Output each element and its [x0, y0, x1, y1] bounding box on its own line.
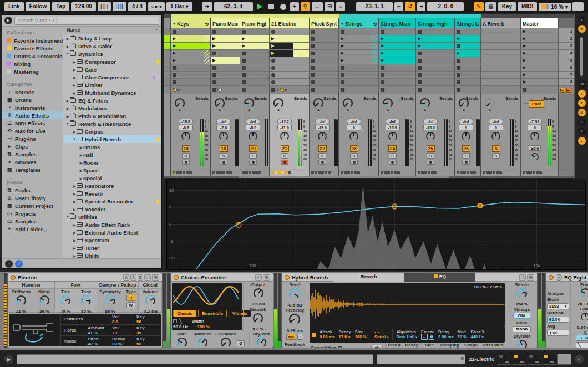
- param-damping[interactable]: Damping62 %: [440, 343, 459, 348]
- selection-box-icon[interactable]: ⊞: [325, 2, 334, 11]
- sidebar-item-collection[interactable]: Drums & Percussion: [2, 52, 63, 60]
- clip-slot[interactable]: [339, 57, 379, 64]
- toggle-s[interactable]: S: [578, 90, 586, 98]
- chevron-right-icon[interactable]: ▶: [79, 145, 83, 149]
- param-gain[interactable]: Gain0.00 dB: [577, 307, 588, 330]
- param-size[interactable]: Size67 %: [423, 343, 435, 348]
- tempo-field[interactable]: 129.00: [71, 2, 96, 11]
- tree-item-gate[interactable]: ▶Gate: [63, 65, 161, 73]
- clip-slot[interactable]: [339, 72, 379, 79]
- clip-slot[interactable]: [171, 50, 211, 57]
- post-toggle[interactable]: Post: [529, 100, 544, 108]
- pan-knob[interactable]: [180, 131, 191, 144]
- clip-slot[interactable]: [171, 28, 211, 35]
- sidebar-item-packs[interactable]: ⧉Packs: [2, 186, 63, 194]
- clip-slot[interactable]: [455, 28, 481, 35]
- clip-slot[interactable]: [416, 64, 455, 72]
- device-header-icon[interactable]: ▤: [527, 274, 534, 281]
- volume-value[interactable]: -6.6: [179, 125, 193, 130]
- clip-slot[interactable]: [310, 28, 339, 35]
- tree-item-delay-loop[interactable]: ▶Delay & Loop: [63, 34, 161, 42]
- scene-number[interactable]: 3: [559, 43, 574, 50]
- param-feedback[interactable]: Feedback0.0 %: [215, 332, 236, 349]
- device-chain-thumbnails[interactable]: [498, 354, 571, 365]
- param-freq[interactable]: Freq78.1 Hz: [577, 282, 588, 307]
- follow-button[interactable]: Follow: [26, 2, 51, 11]
- solo-button[interactable]: S: [281, 153, 288, 159]
- solo-button[interactable]: S: [182, 153, 190, 159]
- clip-slot[interactable]: [339, 79, 379, 86]
- ir-param-attack[interactable]: Attack0.06 ms: [320, 329, 335, 339]
- pan-knob[interactable]: [460, 131, 472, 144]
- device-on-toggle[interactable]: [549, 275, 554, 280]
- track-activator[interactable]: 24: [388, 145, 397, 152]
- algorithm-selector[interactable]: AlgorithmDark Hall ▾: [392, 329, 417, 340]
- device-indicators[interactable]: [211, 169, 240, 176]
- track-activator[interactable]: 25: [427, 145, 435, 152]
- empty-slot[interactable]: [481, 72, 521, 79]
- tree-item-drive-color[interactable]: ▶Drive & Color: [63, 42, 161, 50]
- clip-slot[interactable]: [339, 64, 379, 72]
- avg-value[interactable]: 1.00: [547, 330, 569, 336]
- pan-knob[interactable]: [218, 131, 229, 144]
- peak-level-value[interactable]: -Inf: [216, 119, 231, 124]
- chevron-right-icon[interactable]: ▶: [65, 37, 70, 40]
- track-activator[interactable]: 22: [318, 145, 327, 152]
- group-unfold-icon[interactable]: ⟲: [373, 22, 377, 27]
- empty-slot[interactable]: [481, 50, 521, 57]
- sends-cell-26[interactable]: SendsA: [455, 94, 481, 118]
- tree-item-limiter[interactable]: ▶Limiter: [63, 81, 161, 89]
- clip-slot[interactable]: [339, 28, 379, 35]
- volume-value[interactable]: -7.0: [216, 125, 231, 130]
- param-tine[interactable]: Tine79 %: [59, 289, 72, 314]
- clip-slot[interactable]: [211, 57, 240, 64]
- type-w-button[interactable]: W: [126, 302, 135, 308]
- tree-item-compressor[interactable]: ▶Compressor: [63, 58, 161, 65]
- midi-map-button[interactable]: MIDI: [518, 2, 537, 11]
- solo-button[interactable]: S: [350, 153, 358, 159]
- clip-slot[interactable]: [379, 64, 416, 72]
- chevron-right-icon[interactable]: ▶: [72, 60, 77, 64]
- empty-slot[interactable]: [481, 35, 521, 43]
- clip-slot[interactable]: [211, 64, 240, 72]
- sidebar-item-instruments[interactable]: ◔Instruments: [2, 104, 63, 111]
- clip-slot[interactable]: [310, 64, 339, 72]
- sidebar-item-drums[interactable]: ▦Drums: [2, 96, 63, 104]
- param-knob[interactable]: [252, 287, 265, 302]
- clip-slot[interactable]: [416, 72, 455, 79]
- device-indicators[interactable]: [339, 169, 379, 176]
- refresh-value[interactable]: 60.00: [547, 317, 569, 323]
- tree-item-multiband-dynamics[interactable]: ▶Multiband Dynamics: [63, 89, 161, 96]
- sidebar-item-collection[interactable]: Mixing: [2, 60, 63, 68]
- tree-item-reverb[interactable]: ▶Reverb: [63, 190, 161, 197]
- preview-volume-knob[interactable]: [530, 152, 540, 164]
- clip-slot[interactable]: [171, 35, 211, 43]
- track-header-21-electric[interactable]: 21 Electric: [270, 18, 310, 28]
- tree-item-vocoder[interactable]: ▶Vocoder: [63, 205, 161, 213]
- device-indicators[interactable]: [270, 169, 310, 176]
- clip-slot[interactable]: [379, 79, 416, 86]
- group-unfold-icon[interactable]: ⟲: [205, 22, 209, 27]
- track-activator[interactable]: 19: [220, 145, 228, 152]
- key-map-button[interactable]: Key: [498, 2, 516, 11]
- device-header-icon[interactable]: ◷: [255, 274, 262, 281]
- clip-slot[interactable]: [211, 43, 240, 50]
- tree-item-dynamics[interactable]: ▼Dynamics: [63, 50, 161, 58]
- clip-slot[interactable]: [171, 79, 211, 86]
- cell[interactable]: Key35: [136, 325, 161, 335]
- chevron-right-icon[interactable]: ▶: [65, 114, 70, 118]
- track-activator[interactable]: 20: [249, 145, 257, 152]
- sends-cell-20[interactable]: SendsA: [240, 94, 270, 118]
- clip-slot[interactable]: [171, 43, 211, 50]
- feedback-value-box[interactable]: 17 %: [286, 348, 303, 348]
- hpf-freq-value[interactable]: 50.0 Hz: [173, 324, 189, 329]
- chevron-right-icon[interactable]: ▶: [79, 153, 83, 157]
- session-menu-icon[interactable]: ≡: [578, 16, 586, 23]
- clip-slot[interactable]: [416, 28, 455, 35]
- clip-slot[interactable]: [339, 35, 379, 43]
- pan-knob[interactable]: [490, 131, 501, 144]
- toggle-d[interactable]: D: [578, 118, 586, 126]
- width-value[interactable]: 100 %: [197, 324, 210, 329]
- param-knob[interactable]: [288, 313, 301, 328]
- routing-selector[interactable]: ▪◦▪Serial ▾: [371, 329, 389, 340]
